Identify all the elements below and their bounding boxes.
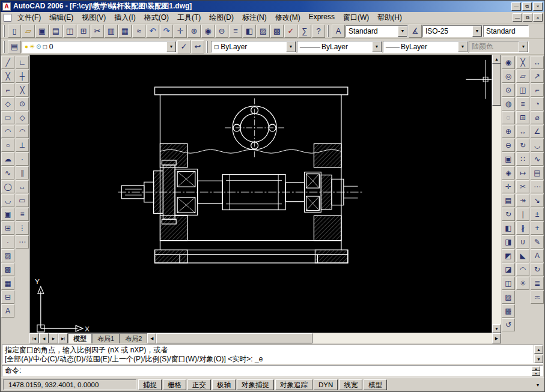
snap-parallel-tool[interactable]: ∥ xyxy=(16,166,29,179)
dimension-style-tool[interactable]: ≍ xyxy=(531,291,544,304)
quickcalc-button[interactable]: ∑ xyxy=(298,25,311,38)
status-menu-button[interactable]: ▾ xyxy=(534,380,542,390)
quick-dimension-tool[interactable]: ≣ xyxy=(531,277,544,290)
menu-format[interactable]: 格式(O) xyxy=(140,11,173,24)
chamfer-tool[interactable]: ◣ xyxy=(516,249,529,262)
save-button[interactable]: ▣ xyxy=(35,25,49,38)
snap-node-tool[interactable]: ∙ xyxy=(16,152,29,166)
make-layer-current-button[interactable]: ✓ xyxy=(177,40,190,53)
baseline-dimension-tool[interactable]: ▤ xyxy=(531,166,544,179)
publish-button[interactable]: ⊞ xyxy=(77,25,90,38)
paste-button[interactable]: ▦ xyxy=(118,25,132,38)
toolbar-grip[interactable] xyxy=(327,25,329,37)
break-at-point-tool[interactable]: ∣ xyxy=(516,208,529,221)
layer-dropdown[interactable]: ●☀⊙◻ 0 ▼ xyxy=(22,41,177,53)
line-tool[interactable]: ╱ xyxy=(1,56,14,69)
mdi-minimize-button[interactable]: — xyxy=(513,13,522,22)
dim-style-icon[interactable]: ∡ xyxy=(409,25,422,38)
horizontal-scrollbar[interactable]: ◀ ▶ xyxy=(147,333,501,343)
hatch-tool[interactable]: ▨ xyxy=(1,249,14,262)
zoom-center-tool[interactable]: ◍ xyxy=(502,97,515,110)
jogged-dimension-tool[interactable]: ∿ xyxy=(531,152,544,166)
iso-view-tool[interactable]: ◫ xyxy=(502,277,515,290)
quick-leader-tool[interactable]: ↘ xyxy=(531,194,544,207)
snap-intersection-tool[interactable]: ╳ xyxy=(16,83,29,97)
properties-button[interactable]: ≡ xyxy=(229,25,242,38)
spline-tool[interactable]: ∿ xyxy=(1,166,14,179)
zoom-all-tool[interactable]: ▣ xyxy=(502,152,515,166)
restore-button[interactable]: ⧉ xyxy=(522,2,532,11)
chevron-down-icon[interactable]: ▼ xyxy=(398,26,407,37)
snap-perpendicular-tool[interactable]: ⊥ xyxy=(16,139,29,152)
arc-length-dimension-tool[interactable]: ◡ xyxy=(531,139,544,152)
revision-cloud-tool[interactable]: ☁ xyxy=(1,152,14,166)
color-dropdown[interactable]: ◻ ByLayer ▼ xyxy=(211,41,296,53)
match-properties-button[interactable]: ≈ xyxy=(132,25,145,38)
tab-first-button[interactable]: |◀ xyxy=(29,333,39,343)
linetype-dropdown[interactable]: ——— ByLayer ▼ xyxy=(297,41,382,53)
polar-toggle[interactable]: 极轴 xyxy=(212,379,236,390)
chevron-down-icon[interactable]: ▼ xyxy=(458,41,467,52)
center-mark-tool[interactable]: + xyxy=(531,222,544,235)
break-tool[interactable]: ∦ xyxy=(516,222,529,235)
region-tool[interactable]: ▦ xyxy=(1,277,14,290)
scroll-down-icon[interactable]: ▼ xyxy=(532,371,540,376)
plot-preview-button[interactable]: ◫ xyxy=(63,25,76,38)
menu-window[interactable]: 窗口(W) xyxy=(339,11,373,24)
toolbar-grip[interactable] xyxy=(3,25,5,37)
lineweight-toggle[interactable]: 线宽 xyxy=(339,379,362,390)
chevron-down-icon[interactable]: ▼ xyxy=(166,41,176,52)
cut-button[interactable]: ✂ xyxy=(91,25,104,38)
chevron-down-icon[interactable]: ▼ xyxy=(286,41,296,52)
text-style-dropdown[interactable]: Standard ▼ xyxy=(346,25,408,37)
command-scrollbar[interactable]: ▲ ▼ xyxy=(534,345,543,363)
dyn-toggle[interactable]: DYN xyxy=(314,379,338,390)
menu-tools[interactable]: 工具(T) xyxy=(173,11,205,24)
point-tool[interactable]: ∙ xyxy=(1,235,14,249)
trim-tool[interactable]: ✂ xyxy=(516,180,529,193)
ellipse-arc-tool[interactable]: ◡ xyxy=(1,194,14,207)
scroll-right-icon[interactable]: ▶ xyxy=(492,333,501,343)
horizontal-scroll-thumb[interactable] xyxy=(156,333,312,343)
front-view-tool[interactable]: ◧ xyxy=(502,222,515,235)
tab-next-button[interactable]: ▶ xyxy=(49,333,58,343)
document-icon[interactable] xyxy=(4,14,11,22)
explode-tool[interactable]: ✳ xyxy=(516,277,529,290)
pan-button[interactable]: ✛ xyxy=(174,25,187,38)
construction-line-tool[interactable]: ╳ xyxy=(1,70,14,83)
shade-tool[interactable]: ▩ xyxy=(502,304,515,318)
insert-block-tool[interactable]: ▣ xyxy=(1,208,14,221)
qnew-button[interactable]: ▯ xyxy=(8,25,21,38)
snap-center-tool[interactable]: ⊙ xyxy=(16,97,29,110)
move-tool[interactable]: ↔ xyxy=(516,125,529,138)
tab-prev-button[interactable]: ◀ xyxy=(39,333,49,343)
tool-palettes-button[interactable]: ▨ xyxy=(257,25,270,38)
left-view-tool[interactable]: ◩ xyxy=(502,249,515,262)
dim-style-dropdown[interactable]: ISO-25 ▼ xyxy=(422,25,483,37)
zoom-in-tool[interactable]: ⊕ xyxy=(502,125,515,138)
menu-dimension[interactable]: 标注(N) xyxy=(238,11,271,24)
model-canvas[interactable]: Y X xyxy=(29,55,492,333)
otrack-toggle[interactable]: 对象追踪 xyxy=(275,379,312,390)
scale-tool[interactable]: ∷ xyxy=(516,152,529,166)
scroll-down-icon[interactable]: ▼ xyxy=(492,324,501,333)
mirror-tool[interactable]: ◫ xyxy=(516,83,529,97)
multiline-text-tool[interactable]: A xyxy=(1,304,14,318)
scroll-up-icon[interactable]: ▲ xyxy=(492,55,501,64)
osnap-toggle[interactable]: 对象捕捉 xyxy=(237,379,274,390)
undo-button[interactable]: ↶ xyxy=(146,25,159,38)
stretch-tool[interactable]: ↦ xyxy=(516,166,529,179)
layer-manager-button[interactable]: ▤ xyxy=(8,40,21,53)
regen-tool[interactable]: ↺ xyxy=(502,318,515,331)
pan-realtime-tool[interactable]: ✛ xyxy=(502,180,515,193)
designcenter-button[interactable]: ◧ xyxy=(243,25,256,38)
rotate-tool[interactable]: ↻ xyxy=(516,139,529,152)
redo-button[interactable]: ↷ xyxy=(160,25,173,38)
circle-tool[interactable]: ○ xyxy=(1,139,14,152)
toolbar-grip[interactable] xyxy=(3,41,5,53)
snap-midpoint-tool[interactable]: ┼ xyxy=(16,70,29,83)
mdi-restore-button[interactable]: ⧉ xyxy=(523,13,532,22)
zoom-previous-button[interactable]: ⊖ xyxy=(215,25,228,38)
aligned-dimension-tool[interactable]: ↗ xyxy=(531,70,544,83)
layer-previous-button[interactable]: ↩ xyxy=(191,40,204,53)
